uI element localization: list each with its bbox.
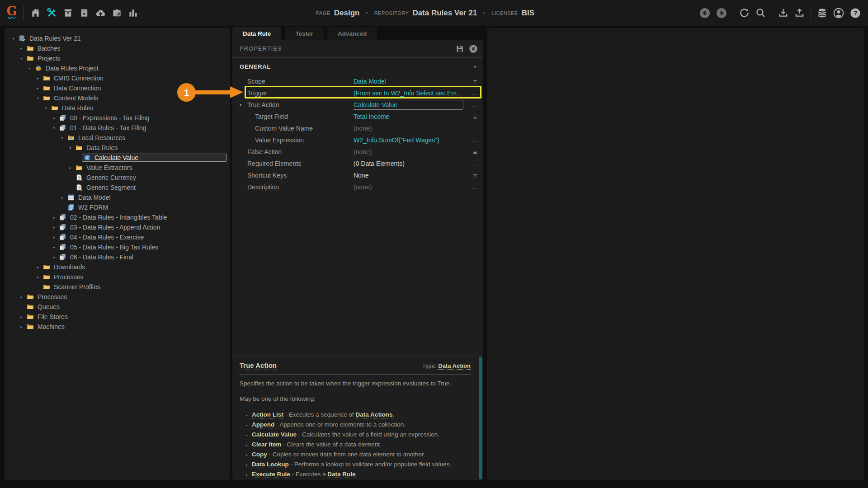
tree-item-data-rules[interactable]: ▾Data Rules — [5, 103, 230, 113]
row-expanded-icon[interactable]: ▾ — [240, 103, 247, 107]
home-icon[interactable] — [30, 8, 41, 18]
property-row-description[interactable]: Description(none)... — [232, 181, 483, 193]
row-ellipsis-button[interactable]: ... — [467, 160, 483, 167]
property-row-scope[interactable]: ScopeData Model≡ — [232, 75, 483, 87]
property-row-true-action[interactable]: ▾True ActionCalculate Value... — [232, 99, 483, 111]
row-menu-icon[interactable]: ≡ — [467, 113, 483, 121]
tree-item-value-extractors[interactable]: ▸Value Extractors — [5, 163, 230, 173]
tree-item-calculate-value[interactable]: Calculate Value — [5, 153, 230, 163]
tree-item-processes[interactable]: ▸Processes — [5, 292, 230, 302]
search-icon[interactable] — [755, 8, 766, 18]
tree-expanded-icon[interactable]: ▾ — [67, 146, 74, 150]
property-value[interactable]: Data Model — [354, 78, 386, 85]
help-link[interactable]: Append — [252, 421, 274, 428]
tree-item-data-rules-ver-21[interactable]: ▾Data Rules Ver 21 — [5, 33, 230, 43]
row-menu-icon[interactable]: ≡ — [467, 172, 483, 179]
help-link[interactable]: Action List — [252, 411, 283, 418]
download-icon[interactable] — [778, 8, 788, 18]
tree-item-w2-form[interactable]: W2 FORM — [5, 202, 230, 212]
property-value[interactable]: (none) — [354, 148, 372, 155]
page-value[interactable]: Design — [334, 9, 360, 18]
section-general[interactable]: GENERAL ▾ — [232, 58, 483, 75]
database-icon[interactable] — [817, 8, 827, 18]
tree-item-01-data-rules-tax-filing[interactable]: ▾01 - Data Rules - Tax Filing — [5, 123, 230, 133]
tree-item-generic-currency[interactable]: Generic Currency — [5, 173, 230, 183]
batches-box-icon[interactable] — [63, 8, 73, 18]
tree-item-06-data-rules-final[interactable]: ▸06 - Data Rules - Final — [5, 252, 230, 262]
tree-collapsed-icon[interactable]: ▸ — [51, 245, 57, 249]
property-value[interactable]: (none) — [354, 183, 372, 191]
tree-collapsed-icon[interactable]: ▸ — [51, 255, 57, 259]
help-link[interactable]: Data Lookup — [252, 461, 289, 468]
tab-data-rule[interactable]: Data Rule — [232, 27, 281, 40]
property-row-target-field[interactable]: Target FieldTotal Income≡ — [232, 111, 483, 122]
tree-collapsed-icon[interactable]: ▸ — [67, 166, 74, 170]
tree-collapsed-icon[interactable]: ▸ — [18, 47, 25, 51]
property-row-custom-value-name[interactable]: Custom Value Name(none) — [232, 122, 483, 134]
tree-item-00-expressions-tax-filing[interactable]: ▸00 - Expressions - Tax Filing — [5, 113, 230, 123]
tree-expanded-icon[interactable]: ▾ — [34, 96, 41, 100]
property-value[interactable]: (From sec In W2_Info Select sec.Em... — [354, 89, 462, 97]
property-row-value-expression[interactable]: Value ExpressionW2_Info.SumOf("Fed Wages… — [232, 134, 483, 146]
property-value[interactable]: Total Income — [354, 113, 389, 120]
grooper-logo[interactable]: G — [0, 6, 24, 20]
row-menu-icon[interactable]: ≡ — [467, 148, 483, 156]
help-title[interactable]: True Action — [240, 361, 277, 370]
tree-collapsed-icon[interactable]: ▸ — [51, 225, 57, 230]
tree-item-downloads[interactable]: ▸Downloads — [5, 262, 230, 272]
tree-item-cmis-connection[interactable]: ▸CMIS Connection — [5, 73, 230, 83]
row-ellipsis-button[interactable]: ... — [467, 102, 483, 108]
help-link[interactable]: Clear Item — [252, 441, 281, 448]
help-link[interactable]: Calculate Value — [252, 431, 297, 438]
tree-item-04-data-rules-exercise[interactable]: ▸04 - Data Rules - Exercise — [5, 232, 230, 242]
tree-collapsed-icon[interactable]: ▸ — [34, 76, 41, 80]
tree-item-generic-segment[interactable]: Generic Segment — [5, 183, 230, 192]
batch-process-icon[interactable] — [79, 8, 90, 18]
tree-expanded-icon[interactable]: ▾ — [10, 37, 17, 41]
tree-item-file-stores[interactable]: ▸File Stores — [5, 312, 230, 322]
tree-expanded-icon[interactable]: ▾ — [18, 56, 25, 61]
tree-collapsed-icon[interactable]: ▸ — [51, 216, 57, 220]
refresh-icon[interactable] — [739, 8, 750, 18]
tree-item-data-rules[interactable]: ▾Data Rules — [5, 143, 230, 153]
help-link[interactable]: Data Rule — [327, 471, 355, 478]
property-value[interactable]: Calculate Value — [354, 100, 463, 110]
help-link[interactable]: Data Actions — [356, 411, 393, 418]
help-link[interactable]: Copy — [252, 451, 267, 458]
help-link[interactable]: Execute Rule — [252, 471, 290, 478]
save-icon[interactable] — [455, 44, 464, 53]
tree-item-content-models[interactable]: ▾Content Models — [5, 93, 230, 103]
row-ellipsis-button[interactable]: ... — [467, 90, 483, 96]
property-value[interactable]: (none) — [354, 125, 372, 132]
close-icon[interactable] — [469, 44, 478, 53]
tree-item-batches[interactable]: ▸Batches — [5, 43, 230, 53]
row-ellipsis-button[interactable]: ... — [467, 184, 483, 190]
tree-expanded-icon[interactable]: ▾ — [51, 126, 57, 130]
tree-item-02-data-rules-intangibles-table[interactable]: ▸02 - Data Rules - Intangibles Table — [5, 212, 230, 222]
row-ellipsis-button[interactable]: ... — [467, 137, 483, 143]
tree-expanded-icon[interactable]: ▾ — [59, 136, 66, 140]
tree-item-data-model[interactable]: ▸Data Model — [5, 192, 230, 202]
tree-item-05-data-rules-big-tax-rules[interactable]: ▸05 - Data Rules - Big Tax Rules — [5, 242, 230, 252]
tree-collapsed-icon[interactable]: ▸ — [51, 116, 57, 120]
tree-item-local-resources[interactable]: ▾Local Resources — [5, 133, 230, 143]
tree-collapsed-icon[interactable]: ▸ — [18, 325, 25, 329]
property-row-shortcut-keys[interactable]: Shortcut KeysNone≡ — [232, 169, 483, 181]
tree-collapsed-icon[interactable]: ▸ — [34, 86, 41, 90]
back-icon[interactable] — [699, 8, 710, 19]
tree-item-data-rules-project[interactable]: ▾Data Rules Project — [5, 63, 230, 73]
user-icon[interactable] — [833, 8, 844, 19]
tree-collapsed-icon[interactable]: ▸ — [34, 275, 41, 279]
tree-item-processes[interactable]: ▸Processes — [5, 272, 230, 282]
tab-tester[interactable]: Tester — [285, 27, 324, 40]
property-value[interactable]: None — [354, 172, 368, 179]
tree-collapsed-icon[interactable]: ▸ — [51, 235, 57, 239]
tree-item-machines[interactable]: ▸Machines — [5, 322, 230, 332]
tree-collapsed-icon[interactable]: ▸ — [34, 265, 41, 269]
help-icon[interactable]: ? — [850, 8, 861, 19]
tree-item-03-data-rules-append-action[interactable]: ▸03 - Data Rules - Append Action — [5, 222, 230, 232]
tree-collapsed-icon[interactable]: ▸ — [59, 196, 66, 200]
help-type-link[interactable]: Data Action — [438, 362, 471, 370]
import-cloud-icon[interactable] — [95, 8, 106, 18]
property-value[interactable]: W2_Info.SumOf("Fed Wages") — [354, 136, 439, 144]
